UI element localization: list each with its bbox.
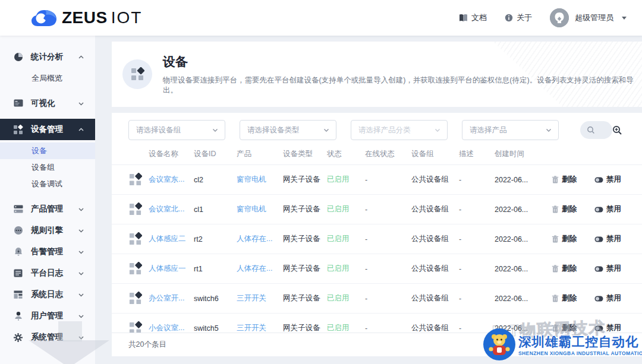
device-group-select[interactable]: 请选择设备组 — [128, 120, 225, 140]
device-id-cell: cl2 — [194, 176, 237, 184]
device-name-link[interactable]: 小会议室... — [149, 323, 194, 333]
table-body: 会议室东... cl2 窗帘电机 网关子设备 已启用 - 公共设备组 - 202… — [112, 165, 642, 343]
description-cell: - — [459, 205, 495, 214]
delete-button[interactable]: 删除 — [552, 204, 594, 214]
docs-link[interactable]: 文档 — [459, 12, 487, 23]
status-badge: 已启用 — [327, 323, 365, 333]
product-link[interactable]: 人体存在... — [237, 264, 283, 274]
chevron-down-icon — [78, 227, 84, 234]
toggle-icon — [594, 296, 603, 302]
disable-button[interactable]: 禁用 — [594, 234, 630, 244]
page-header-card: 设备 物理设备要连接到平台，需要先在平台创建设备(支持单个或批量导入创建)，并获… — [112, 42, 642, 107]
sidebar-group-rule-engine[interactable]: 规则引擎 — [0, 220, 95, 241]
trash-icon — [552, 265, 559, 273]
device-id-cell: rt2 — [194, 235, 237, 243]
product-link[interactable]: 窗帘电机 — [237, 204, 283, 214]
device-name-link[interactable]: 人体感应一 — [149, 264, 194, 274]
disable-button[interactable]: 禁用 — [594, 293, 630, 303]
product-select[interactable]: 请选择产品 — [462, 120, 559, 140]
sidebar-group-product[interactable]: 产品管理 — [0, 198, 95, 220]
table-footer: 共20个条目 — [112, 333, 642, 356]
sidebar-group-stats[interactable]: 统计分析 — [0, 46, 95, 68]
product-link[interactable]: 窗帘电机 — [237, 175, 283, 185]
table-row: 会议室北... cl1 窗帘电机 网关子设备 已启用 - 公共设备组 - 202… — [112, 195, 642, 224]
sidebar-item-global-overview[interactable]: 全局概览 — [0, 70, 95, 87]
status-badge: 已启用 — [327, 234, 365, 244]
toggle-icon — [594, 177, 603, 183]
created-time-cell: 2022-06... — [495, 205, 552, 214]
table-row: 人体感应二 rt2 人体存在... 网关子设备 已启用 - 公共设备组 - 20… — [112, 224, 642, 254]
top-header: ZEUS IOT 文档 关于 超级管理员 — [0, 0, 642, 36]
advanced-search-button[interactable] — [612, 125, 622, 135]
online-status-cell: - — [365, 176, 411, 184]
chevron-up-icon — [78, 54, 84, 61]
device-group-cell: 公共设备组 — [411, 175, 459, 185]
sidebar-group-system-log[interactable]: 系统日志 — [0, 284, 95, 305]
sidebar-group-device-management[interactable]: 设备管理 — [0, 119, 95, 140]
sidebar-group-visualization[interactable]: 可视化 — [0, 93, 95, 114]
sidebar-group-label: 规则引擎 — [31, 225, 63, 236]
trash-icon — [552, 176, 559, 183]
device-type-cell: 网关子设备 — [283, 323, 327, 333]
device-name-link[interactable]: 会议室东... — [149, 175, 194, 185]
sidebar-group-alarm[interactable]: 告警管理 — [0, 241, 95, 262]
created-time-cell: 2022-06... — [495, 265, 552, 273]
device-name-link[interactable]: 办公室开... — [149, 293, 194, 303]
device-type-cell: 网关子设备 — [283, 293, 327, 303]
rule-engine-icon — [13, 226, 23, 236]
disable-button[interactable]: 禁用 — [594, 264, 630, 274]
brand-name: ZEUS IOT — [62, 8, 142, 27]
delete-label: 删除 — [562, 293, 577, 303]
device-icon — [121, 232, 149, 246]
device-group-cell: 公共设备组 — [411, 323, 459, 333]
trash-icon — [552, 205, 559, 213]
delete-button[interactable]: 删除 — [552, 234, 594, 244]
chevron-down-icon — [78, 313, 84, 319]
delete-label: 删除 — [562, 323, 577, 333]
product-link[interactable]: 三开开关 — [237, 293, 283, 303]
delete-label: 删除 — [562, 175, 577, 185]
status-badge: 已启用 — [327, 204, 365, 214]
device-name-link[interactable]: 会议室北... — [149, 204, 194, 214]
sidebar-group-label: 设备管理 — [31, 124, 63, 135]
disable-button[interactable]: 禁用 — [594, 175, 630, 185]
product-link[interactable]: 人体存在... — [237, 234, 283, 244]
device-group-cell: 公共设备组 — [411, 234, 459, 244]
sidebar-item-device-debug[interactable]: 设备调试 — [0, 176, 95, 192]
device-type-select[interactable]: 请选择设备类型 — [240, 120, 336, 140]
disable-label: 禁用 — [606, 264, 621, 274]
cloud-logo-icon — [31, 8, 57, 28]
chevron-down-icon — [78, 206, 84, 213]
sidebar-item-device[interactable]: 设备 — [0, 143, 95, 159]
brand-logo[interactable]: ZEUS IOT — [31, 8, 142, 28]
search-input[interactable] — [580, 121, 612, 139]
sidebar-group-label: 产品管理 — [31, 204, 63, 214]
delete-button[interactable]: 删除 — [552, 264, 594, 274]
product-category-select[interactable]: 请选择产品分类 — [351, 120, 448, 140]
device-id-cell: rt1 — [194, 265, 237, 273]
delete-button[interactable]: 删除 — [552, 175, 594, 185]
sidebar-group-platform-log[interactable]: 平台日志 — [0, 262, 95, 284]
sidebar-sub-label: 设备调试 — [32, 179, 62, 189]
docs-label: 文档 — [471, 12, 487, 23]
disable-button[interactable]: 禁用 — [594, 323, 630, 333]
toggle-icon — [594, 266, 603, 272]
delete-button[interactable]: 删除 — [552, 323, 594, 333]
about-link[interactable]: 关于 — [505, 12, 532, 23]
product-link[interactable]: 三开开关 — [237, 323, 283, 333]
delete-label: 删除 — [562, 264, 577, 274]
disable-button[interactable]: 禁用 — [594, 204, 630, 214]
device-id-cell: switch6 — [194, 295, 237, 303]
col-online-status: 在线状态 — [365, 149, 411, 159]
delete-button[interactable]: 删除 — [552, 293, 594, 303]
col-status: 状态 — [327, 149, 365, 159]
sidebar: 统计分析 全局概览 可视化 设备管理 设备 设备组 设备调试 — [0, 36, 95, 364]
watermark-shape — [58, 321, 82, 341]
chevron-down-icon — [545, 126, 552, 134]
device-id-cell: switch5 — [194, 324, 237, 333]
sidebar-item-device-group[interactable]: 设备组 — [0, 159, 95, 176]
toggle-icon — [594, 207, 603, 213]
device-name-link[interactable]: 人体感应二 — [149, 234, 194, 244]
user-menu[interactable]: 超级管理员 — [550, 8, 627, 27]
device-icon — [121, 262, 149, 276]
